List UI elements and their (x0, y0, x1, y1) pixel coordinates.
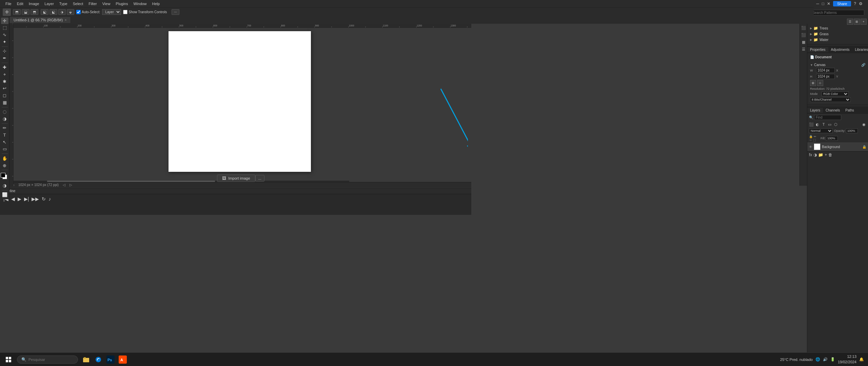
add-layer-style-btn[interactable]: fx (809, 152, 812, 157)
tab-properties[interactable]: Properties (807, 47, 828, 52)
tab-adjustments[interactable]: Adjustments (828, 47, 852, 52)
align-top-btn[interactable]: ⬕ (41, 9, 48, 15)
shape-tool[interactable]: ▭ (1, 146, 8, 152)
foreground-color-box[interactable] (1, 173, 5, 178)
tl-prev-frame-btn[interactable]: ◀ (11, 196, 15, 202)
transform-more-btn[interactable]: ··· (172, 9, 179, 15)
taskbar-search-area[interactable]: 🔍 (17, 355, 78, 364)
spot-healing-tool[interactable]: ✚ (1, 64, 8, 71)
gradient-tool[interactable]: ▦ (1, 99, 8, 106)
rt-swatches-btn[interactable]: ⬛ (801, 32, 807, 38)
type-tool[interactable]: T (1, 132, 8, 138)
canvas-area[interactable] (14, 28, 468, 183)
menu-view[interactable]: View (100, 1, 113, 6)
menu-layer[interactable]: Layer (42, 1, 57, 6)
create-group-btn[interactable]: 📁 (818, 152, 823, 157)
menu-select[interactable]: Select (70, 1, 86, 6)
auto-select-type[interactable]: Layer (102, 9, 121, 15)
lasso-tool[interactable]: ∿ (1, 32, 8, 38)
screen-mode-btn[interactable]: ⬜ (1, 191, 8, 198)
folder-grass[interactable]: ▶ 📁 Grass (807, 31, 868, 37)
canvas-size-icon[interactable]: ⊞ (810, 80, 816, 86)
import-more-button[interactable]: ... (255, 175, 264, 182)
tab-paths[interactable]: Paths (843, 108, 857, 113)
taskbar-clock[interactable]: 12:13 19/02/2024 (838, 354, 856, 365)
menu-help[interactable]: Help (150, 1, 163, 6)
filter-adjustment-btn[interactable]: ◐ (815, 122, 820, 127)
delete-layer-btn[interactable]: 🗑 (828, 152, 832, 157)
transform-controls-checkbox[interactable] (123, 10, 127, 14)
eyedropper-tool[interactable]: ✒ (1, 55, 8, 61)
volume-icon[interactable]: 🔊 (823, 357, 828, 362)
rt-gradient-btn[interactable]: ▦ (801, 39, 807, 45)
help-icon[interactable]: ? (854, 1, 856, 6)
hand-tool[interactable]: ✋ (1, 155, 8, 162)
fill-input[interactable] (826, 136, 838, 141)
quick-mask-btn[interactable]: ◑ (1, 182, 8, 189)
zoom-tool[interactable]: ⊕ (1, 162, 8, 169)
tl-audio-btn[interactable]: ♪ (48, 196, 51, 202)
filter-type-btn[interactable]: T (821, 122, 826, 127)
canvas-crop-icon[interactable]: ⊹ (817, 80, 823, 86)
taskbar-icon-edge[interactable] (93, 354, 104, 365)
share-button[interactable]: Share (833, 1, 851, 6)
taskbar-icon-explorer[interactable] (81, 354, 92, 365)
align-middle-btn[interactable]: ⬕ (50, 9, 57, 15)
rt-color-btn[interactable]: ⬛ (801, 25, 807, 31)
taskbar-icon-app[interactable]: A (117, 354, 128, 365)
close-icon[interactable]: ✕ (827, 1, 830, 6)
canvas-collapse-icon[interactable]: ▼ (810, 63, 813, 67)
patterns-new-btn[interactable]: + (861, 19, 867, 25)
tab-libraries[interactable]: Libraries (852, 47, 868, 52)
menu-filter[interactable]: Filter (86, 1, 99, 6)
tab-layers[interactable]: Layers (807, 108, 823, 113)
taskbar-icon-ps[interactable]: Ps (105, 354, 116, 365)
align-center-h-btn[interactable]: ⬓ (22, 9, 29, 15)
create-layer-btn[interactable]: + (825, 152, 827, 157)
mode-select[interactable]: RGB Color (822, 92, 849, 96)
blur-tool[interactable]: ◌ (1, 108, 8, 115)
patterns-list-view-btn[interactable]: ☰ (847, 19, 853, 25)
layers-search-input[interactable] (814, 115, 841, 120)
brush-tool[interactable]: ⌖ (1, 71, 8, 78)
auto-select-checkbox[interactable] (76, 10, 81, 14)
opacity-input[interactable] (846, 128, 858, 133)
import-image-button[interactable]: 🖼 Import image (217, 175, 255, 182)
menu-edit[interactable]: Edit (14, 1, 26, 6)
align-right-btn[interactable]: ⬒ (31, 9, 38, 15)
crop-tool[interactable]: ⊹ (1, 48, 8, 54)
tl-loop-btn[interactable]: ↻ (42, 196, 46, 202)
tl-last-frame-btn[interactable]: ▶▶ (32, 196, 39, 202)
tab-channels[interactable]: Channels (823, 108, 843, 113)
patterns-search-input[interactable] (810, 10, 864, 16)
depth-select[interactable]: 8 Bits/Channel (810, 97, 851, 102)
folder-water[interactable]: ▶ 📁 Water (807, 37, 868, 43)
taskbar-search-input[interactable] (28, 358, 73, 362)
filter-pixel-btn[interactable]: ⬛ (809, 122, 814, 127)
menu-window[interactable]: Window (131, 1, 149, 6)
tl-play-btn[interactable]: ▶ (18, 196, 21, 202)
canvas-height-input[interactable] (816, 74, 835, 79)
add-mask-btn[interactable]: ◑ (813, 152, 817, 157)
clone-stamp-tool[interactable]: ✱ (1, 78, 8, 85)
status-nav-prev[interactable]: ◁ (63, 183, 65, 187)
align-bottom-btn[interactable]: ⬗ (58, 9, 66, 15)
layer-background[interactable]: 👁 Background 🔒 (807, 142, 868, 151)
filter-smart-btn[interactable]: ⬡ (833, 122, 839, 127)
patterns-grid-view-btn[interactable]: ⊞ (854, 19, 860, 25)
distribute-btn[interactable]: ⬙ (67, 9, 74, 15)
folder-trees[interactable]: ▶ 📁 Trees (807, 25, 868, 31)
move-tool-option[interactable]: ✛ (3, 8, 11, 16)
restore-icon[interactable]: □ (822, 1, 824, 6)
eraser-tool[interactable]: ◻ (1, 92, 8, 99)
move-tool[interactable]: ✛ (1, 18, 8, 24)
magic-wand-tool[interactable]: ✦ (1, 39, 8, 45)
dodge-tool[interactable]: ◑ (1, 116, 8, 122)
settings-icon[interactable]: ⚙ (859, 1, 863, 6)
filter-toggle-btn[interactable]: ◉ (861, 122, 867, 127)
document-tab[interactable]: Untitled-1 @ 66.7% (RGB/8#) × (9, 17, 71, 23)
tab-close-btn[interactable]: × (65, 18, 66, 22)
tl-next-frame-btn[interactable]: ▶| (24, 196, 29, 202)
minimize-icon[interactable]: ─ (816, 1, 819, 6)
menu-file[interactable]: File (3, 1, 14, 6)
